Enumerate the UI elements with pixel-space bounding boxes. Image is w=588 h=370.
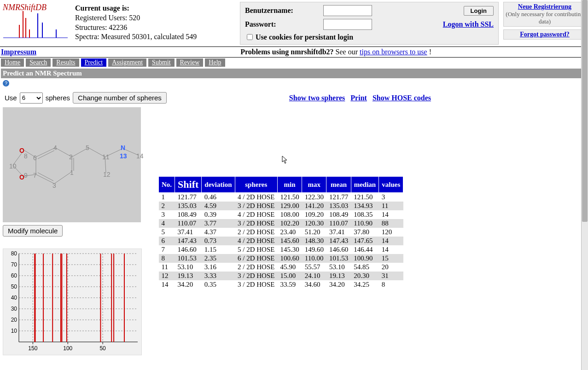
use-label: Use — [5, 94, 17, 102]
spheres-label: spheres — [46, 94, 70, 102]
atom-label: 5 — [86, 144, 89, 151]
login-button[interactable]: Login — [464, 6, 494, 16]
atom-label: N — [121, 144, 125, 151]
table-cell: 19.13 — [175, 272, 202, 280]
molecule-viewer[interactable]: O810O967432151112N1314 — [3, 107, 141, 222]
column-header: No. — [159, 177, 175, 193]
column-header: median — [351, 177, 379, 193]
usage-line: Registered Users: 520 — [75, 13, 197, 23]
table-row: 1153.103.162 / 2D HOSE45.9055.5753.1054.… — [159, 263, 403, 272]
help-icon[interactable]: ? — [3, 80, 9, 87]
svg-text:150: 150 — [28, 345, 37, 352]
tab-assignment[interactable]: Assignment — [108, 58, 146, 67]
problems-prefix: Problems using nmrshiftdb2? — [240, 48, 333, 56]
table-cell: 11 — [379, 202, 403, 210]
table-cell: 100.60 — [277, 254, 302, 263]
impressum-link[interactable]: Impressum — [1, 48, 36, 56]
cookies-checkbox[interactable] — [247, 34, 253, 40]
table-cell: 2 — [159, 202, 175, 210]
forgot-box: Forgot password? — [503, 29, 586, 40]
table-cell: 4.59 — [202, 202, 235, 210]
table-cell: 100.90 — [351, 254, 379, 263]
tab-help[interactable]: Help — [205, 58, 225, 67]
atom-label: 1 — [70, 169, 74, 176]
table-cell: 4 / 2D HOSE — [235, 193, 277, 202]
scrollbar-thumb[interactable] — [582, 0, 588, 222]
prediction-table: No.Shiftdeviationspheresminmaxmeanmedian… — [158, 176, 403, 289]
column-header: mean — [326, 177, 351, 193]
table-cell: 121.50 — [277, 193, 302, 202]
table-cell: 135.03 — [175, 202, 202, 210]
browser-tips-link[interactable]: tips on browsers to use — [360, 48, 427, 56]
problems-text: Problems using nmrshiftdb2? See our tips… — [240, 48, 431, 56]
table-cell: 3 / 2D HOSE — [235, 202, 277, 210]
usage-line: Spectra: Measured 50301, calculated 549 — [75, 32, 197, 42]
usage-line: Structures: 42236 — [75, 23, 197, 33]
tab-search[interactable]: Search — [26, 58, 51, 67]
table-cell: 2 / 2D HOSE — [235, 263, 277, 272]
spectrum-chart: 102030405060708015010050 — [3, 249, 142, 355]
table-cell: 108.49 — [326, 210, 351, 219]
table-row: 1434.200.353 / 2D HOSE33.5934.6034.2034.… — [159, 280, 403, 289]
table-cell: 121.50 — [351, 193, 379, 202]
column-header: min — [277, 177, 302, 193]
table-cell: 146.60 — [326, 245, 351, 254]
usage-title: Current usage is: — [75, 4, 197, 13]
table-cell: 6 — [159, 237, 175, 245]
table-cell: 31 — [379, 272, 403, 280]
print-link[interactable]: Print — [350, 94, 367, 102]
show-two-spheres-link[interactable]: Show two spheres — [289, 94, 345, 102]
change-spheres-button[interactable]: Change number of spheres — [73, 92, 167, 104]
atom-label: 2 — [69, 153, 73, 161]
table-cell: 3.77 — [202, 219, 235, 228]
cookies-label: Use cookies for persistant login — [256, 33, 353, 41]
table-cell: 3 / 2D HOSE — [235, 280, 277, 289]
tab-submit[interactable]: Submit — [148, 58, 174, 67]
ssl-login-link[interactable]: Logon with SSL — [443, 20, 494, 29]
table-cell: 149.60 — [302, 245, 326, 254]
table-cell: 14 — [379, 237, 403, 245]
table-cell: 2 / 2D HOSE — [235, 228, 277, 237]
column-header: max — [302, 177, 326, 193]
password-input[interactable] — [323, 19, 372, 30]
table-cell: 102.20 — [277, 219, 302, 228]
table-cell: 20 — [379, 263, 403, 272]
forgot-password-link[interactable]: Forgot password? — [520, 31, 570, 38]
table-cell: 3 — [159, 210, 175, 219]
table-cell: 33.59 — [277, 280, 302, 289]
table-cell: 88 — [379, 219, 403, 228]
table-cell: 0.35 — [202, 280, 235, 289]
table-cell: 24.10 — [302, 272, 326, 280]
tab-review[interactable]: Review — [176, 58, 204, 67]
table-cell: 145.30 — [277, 245, 302, 254]
table-cell: 148.30 — [302, 237, 326, 245]
tab-results[interactable]: Results — [52, 58, 79, 67]
table-cell: 55.57 — [302, 263, 326, 272]
table-cell: 108.00 — [277, 210, 302, 219]
atom-label: 14 — [136, 152, 144, 160]
table-cell: 1 — [159, 193, 175, 202]
table-cell: 6 / 2D HOSE — [235, 254, 277, 263]
column-header: spheres — [235, 177, 277, 193]
atom-label: 10 — [9, 162, 17, 170]
svg-text:70: 70 — [11, 261, 17, 268]
tab-home[interactable]: Home — [1, 58, 24, 67]
problems-mid: See our — [334, 48, 360, 56]
register-link[interactable]: Neue Registrierung — [518, 3, 571, 10]
scrollbar[interactable] — [581, 0, 588, 355]
table-row: 4110.073.773 / 2D HOSE102.20120.30110.07… — [159, 219, 403, 228]
spheres-select[interactable]: 6 — [20, 92, 43, 104]
table-cell: 110.90 — [351, 219, 379, 228]
table-cell: 129.00 — [277, 202, 302, 210]
modify-molecule-button[interactable]: Modify molecule — [3, 225, 63, 237]
atom-label: 8 — [24, 152, 28, 160]
register-box: Neue Registrierung (Only necessary for c… — [503, 2, 586, 27]
table-cell: 3 / 2D HOSE — [235, 272, 277, 280]
table-cell: 53.10 — [175, 263, 202, 272]
username-input[interactable] — [323, 5, 372, 16]
table-cell: 5 — [159, 228, 175, 237]
svg-text:10: 10 — [11, 328, 17, 334]
tab-predict[interactable]: Predict — [81, 58, 107, 67]
show-hose-codes-link[interactable]: Show HOSE codes — [373, 94, 431, 102]
table-cell: 0.73 — [202, 237, 235, 245]
